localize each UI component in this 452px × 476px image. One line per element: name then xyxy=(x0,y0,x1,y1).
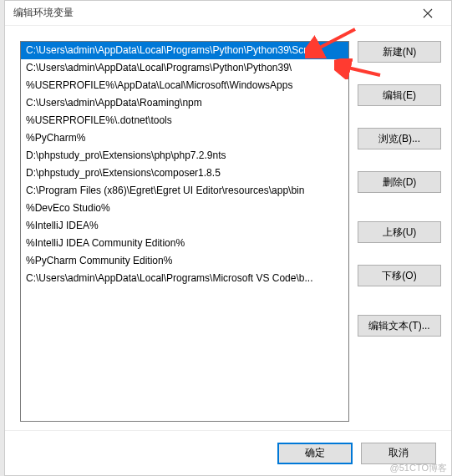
ok-button[interactable]: 确定 xyxy=(277,443,353,464)
list-item[interactable]: %IntelliJ IDEA Community Edition% xyxy=(21,235,348,252)
watermark: @51CTO博客 xyxy=(390,462,447,474)
cancel-button[interactable]: 取消 xyxy=(361,443,436,464)
list-item[interactable]: %DevEco Studio% xyxy=(21,200,348,217)
path-list[interactable]: C:\Users\admin\AppData\Local\Programs\Py… xyxy=(20,41,349,422)
close-button[interactable] xyxy=(411,2,444,25)
list-item[interactable]: C:\Users\admin\AppData\Local\Programs\Py… xyxy=(21,42,348,59)
list-item[interactable]: C:\Users\admin\AppData\Roaming\npm xyxy=(21,94,348,112)
list-item[interactable]: %USERPROFILE%\.dotnet\tools xyxy=(21,112,348,129)
list-item[interactable]: %IntelliJ IDEA% xyxy=(21,217,348,235)
dialog-title: 编辑环境变量 xyxy=(13,6,411,20)
button-column: 新建(N) 编辑(E) 浏览(B)... 删除(D) 上移(U) 下移(O) 编… xyxy=(358,41,441,422)
content-area: C:\Users\admin\AppData\Local\Programs\Py… xyxy=(5,26,451,430)
titlebar: 编辑环境变量 xyxy=(5,1,451,26)
list-item[interactable]: D:\phpstudy_pro\Extensions\php\php7.2.9n… xyxy=(21,147,348,165)
move-down-button[interactable]: 下移(O) xyxy=(358,265,441,286)
list-item[interactable]: C:\Users\admin\AppData\Local\Programs\Py… xyxy=(21,59,348,77)
list-item[interactable]: D:\phpstudy_pro\Extensions\composer1.8.5 xyxy=(21,165,348,182)
edit-button[interactable]: 编辑(E) xyxy=(358,84,441,106)
environment-variable-dialog: 编辑环境变量 C:\Users\admin\AppData\Local\Prog… xyxy=(4,0,452,476)
move-up-button[interactable]: 上移(U) xyxy=(358,221,441,243)
list-item[interactable]: C:\Users\admin\AppData\Local\Programs\Mi… xyxy=(21,270,348,287)
dialog-footer: 确定 取消 xyxy=(5,430,451,475)
new-button[interactable]: 新建(N) xyxy=(358,41,441,63)
list-item[interactable]: %PyCharm% xyxy=(21,129,348,147)
edit-text-button[interactable]: 编辑文本(T)... xyxy=(358,315,441,337)
browse-button[interactable]: 浏览(B)... xyxy=(358,128,441,149)
list-item[interactable]: %PyCharm Community Edition% xyxy=(21,252,348,270)
list-item[interactable]: C:\Program Files (x86)\Egret\Egret UI Ed… xyxy=(21,182,348,200)
delete-button[interactable]: 删除(D) xyxy=(358,171,441,193)
close-icon xyxy=(423,8,433,18)
list-item[interactable]: %USERPROFILE%\AppData\Local\Microsoft\Wi… xyxy=(21,77,348,94)
